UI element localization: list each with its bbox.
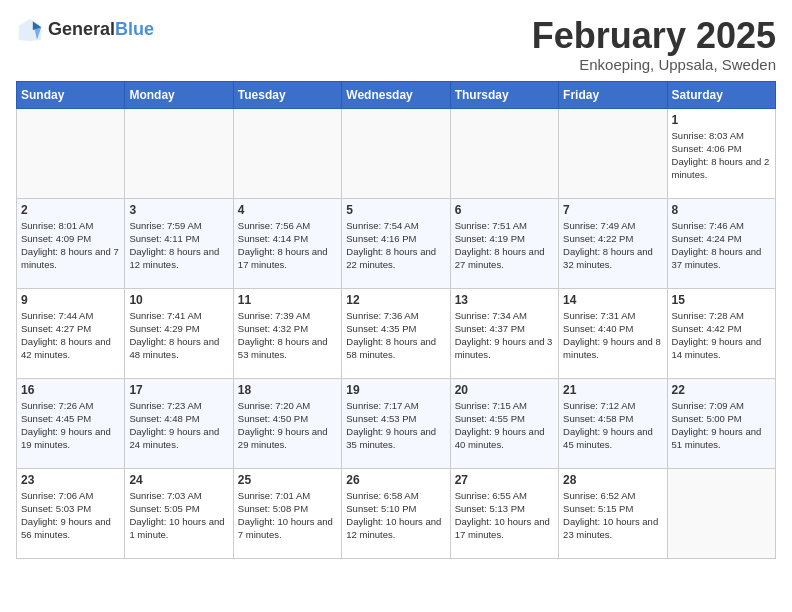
table-row: 15Sunrise: 7:28 AM Sunset: 4:42 PM Dayli… [667, 288, 775, 378]
day-detail: Sunrise: 6:52 AM Sunset: 5:15 PM Dayligh… [563, 489, 662, 542]
day-detail: Sunrise: 7:56 AM Sunset: 4:14 PM Dayligh… [238, 219, 337, 272]
table-row: 24Sunrise: 7:03 AM Sunset: 5:05 PM Dayli… [125, 468, 233, 558]
logo-general: GeneralBlue [48, 20, 154, 40]
day-detail: Sunrise: 6:58 AM Sunset: 5:10 PM Dayligh… [346, 489, 445, 542]
day-number: 15 [672, 293, 771, 307]
day-number: 21 [563, 383, 662, 397]
col-friday: Friday [559, 81, 667, 108]
title-section: February 2025 Enkoeping, Uppsala, Sweden [532, 16, 776, 73]
table-row: 1Sunrise: 8:03 AM Sunset: 4:06 PM Daylig… [667, 108, 775, 198]
table-row [667, 468, 775, 558]
day-number: 28 [563, 473, 662, 487]
day-number: 1 [672, 113, 771, 127]
table-row: 10Sunrise: 7:41 AM Sunset: 4:29 PM Dayli… [125, 288, 233, 378]
day-detail: Sunrise: 7:44 AM Sunset: 4:27 PM Dayligh… [21, 309, 120, 362]
day-number: 25 [238, 473, 337, 487]
table-row: 27Sunrise: 6:55 AM Sunset: 5:13 PM Dayli… [450, 468, 558, 558]
table-row: 9Sunrise: 7:44 AM Sunset: 4:27 PM Daylig… [17, 288, 125, 378]
day-detail: Sunrise: 7:09 AM Sunset: 5:00 PM Dayligh… [672, 399, 771, 452]
logo: GeneralBlue [16, 16, 154, 44]
day-detail: Sunrise: 7:23 AM Sunset: 4:48 PM Dayligh… [129, 399, 228, 452]
table-row: 11Sunrise: 7:39 AM Sunset: 4:32 PM Dayli… [233, 288, 341, 378]
table-row: 18Sunrise: 7:20 AM Sunset: 4:50 PM Dayli… [233, 378, 341, 468]
logo-icon [16, 16, 44, 44]
day-detail: Sunrise: 7:46 AM Sunset: 4:24 PM Dayligh… [672, 219, 771, 272]
calendar-header-row: Sunday Monday Tuesday Wednesday Thursday… [17, 81, 776, 108]
day-number: 26 [346, 473, 445, 487]
day-detail: Sunrise: 7:41 AM Sunset: 4:29 PM Dayligh… [129, 309, 228, 362]
day-number: 2 [21, 203, 120, 217]
col-saturday: Saturday [667, 81, 775, 108]
table-row: 20Sunrise: 7:15 AM Sunset: 4:55 PM Dayli… [450, 378, 558, 468]
day-detail: Sunrise: 7:17 AM Sunset: 4:53 PM Dayligh… [346, 399, 445, 452]
table-row: 7Sunrise: 7:49 AM Sunset: 4:22 PM Daylig… [559, 198, 667, 288]
header: GeneralBlue February 2025 Enkoeping, Upp… [16, 16, 776, 73]
table-row: 13Sunrise: 7:34 AM Sunset: 4:37 PM Dayli… [450, 288, 558, 378]
day-detail: Sunrise: 7:12 AM Sunset: 4:58 PM Dayligh… [563, 399, 662, 452]
day-number: 12 [346, 293, 445, 307]
table-row: 14Sunrise: 7:31 AM Sunset: 4:40 PM Dayli… [559, 288, 667, 378]
day-number: 27 [455, 473, 554, 487]
table-row: 3Sunrise: 7:59 AM Sunset: 4:11 PM Daylig… [125, 198, 233, 288]
day-detail: Sunrise: 7:34 AM Sunset: 4:37 PM Dayligh… [455, 309, 554, 362]
day-detail: Sunrise: 7:39 AM Sunset: 4:32 PM Dayligh… [238, 309, 337, 362]
table-row: 26Sunrise: 6:58 AM Sunset: 5:10 PM Dayli… [342, 468, 450, 558]
col-wednesday: Wednesday [342, 81, 450, 108]
col-tuesday: Tuesday [233, 81, 341, 108]
calendar-week-row: 9Sunrise: 7:44 AM Sunset: 4:27 PM Daylig… [17, 288, 776, 378]
day-detail: Sunrise: 7:15 AM Sunset: 4:55 PM Dayligh… [455, 399, 554, 452]
calendar-week-row: 23Sunrise: 7:06 AM Sunset: 5:03 PM Dayli… [17, 468, 776, 558]
day-number: 13 [455, 293, 554, 307]
day-detail: Sunrise: 7:31 AM Sunset: 4:40 PM Dayligh… [563, 309, 662, 362]
day-number: 4 [238, 203, 337, 217]
table-row: 16Sunrise: 7:26 AM Sunset: 4:45 PM Dayli… [17, 378, 125, 468]
day-number: 9 [21, 293, 120, 307]
day-number: 16 [21, 383, 120, 397]
day-detail: Sunrise: 7:36 AM Sunset: 4:35 PM Dayligh… [346, 309, 445, 362]
col-monday: Monday [125, 81, 233, 108]
day-detail: Sunrise: 7:28 AM Sunset: 4:42 PM Dayligh… [672, 309, 771, 362]
calendar-week-row: 1Sunrise: 8:03 AM Sunset: 4:06 PM Daylig… [17, 108, 776, 198]
table-row: 5Sunrise: 7:54 AM Sunset: 4:16 PM Daylig… [342, 198, 450, 288]
table-row [125, 108, 233, 198]
day-number: 5 [346, 203, 445, 217]
day-detail: Sunrise: 7:49 AM Sunset: 4:22 PM Dayligh… [563, 219, 662, 272]
calendar-week-row: 2Sunrise: 8:01 AM Sunset: 4:09 PM Daylig… [17, 198, 776, 288]
day-detail: Sunrise: 7:06 AM Sunset: 5:03 PM Dayligh… [21, 489, 120, 542]
col-thursday: Thursday [450, 81, 558, 108]
table-row: 21Sunrise: 7:12 AM Sunset: 4:58 PM Dayli… [559, 378, 667, 468]
calendar-week-row: 16Sunrise: 7:26 AM Sunset: 4:45 PM Dayli… [17, 378, 776, 468]
day-number: 7 [563, 203, 662, 217]
day-number: 18 [238, 383, 337, 397]
day-number: 6 [455, 203, 554, 217]
table-row [450, 108, 558, 198]
table-row [17, 108, 125, 198]
logo-text-block: GeneralBlue [48, 20, 154, 40]
table-row [559, 108, 667, 198]
table-row: 6Sunrise: 7:51 AM Sunset: 4:19 PM Daylig… [450, 198, 558, 288]
day-detail: Sunrise: 6:55 AM Sunset: 5:13 PM Dayligh… [455, 489, 554, 542]
day-number: 20 [455, 383, 554, 397]
table-row [233, 108, 341, 198]
col-sunday: Sunday [17, 81, 125, 108]
day-detail: Sunrise: 7:54 AM Sunset: 4:16 PM Dayligh… [346, 219, 445, 272]
table-row [342, 108, 450, 198]
table-row: 17Sunrise: 7:23 AM Sunset: 4:48 PM Dayli… [125, 378, 233, 468]
day-number: 11 [238, 293, 337, 307]
calendar-subtitle: Enkoeping, Uppsala, Sweden [532, 56, 776, 73]
table-row: 8Sunrise: 7:46 AM Sunset: 4:24 PM Daylig… [667, 198, 775, 288]
day-detail: Sunrise: 8:03 AM Sunset: 4:06 PM Dayligh… [672, 129, 771, 182]
day-number: 10 [129, 293, 228, 307]
table-row: 2Sunrise: 8:01 AM Sunset: 4:09 PM Daylig… [17, 198, 125, 288]
calendar-title: February 2025 [532, 16, 776, 56]
table-row: 28Sunrise: 6:52 AM Sunset: 5:15 PM Dayli… [559, 468, 667, 558]
table-row: 12Sunrise: 7:36 AM Sunset: 4:35 PM Dayli… [342, 288, 450, 378]
table-row: 4Sunrise: 7:56 AM Sunset: 4:14 PM Daylig… [233, 198, 341, 288]
day-detail: Sunrise: 7:20 AM Sunset: 4:50 PM Dayligh… [238, 399, 337, 452]
day-number: 19 [346, 383, 445, 397]
calendar-table: Sunday Monday Tuesday Wednesday Thursday… [16, 81, 776, 559]
day-number: 23 [21, 473, 120, 487]
day-detail: Sunrise: 7:51 AM Sunset: 4:19 PM Dayligh… [455, 219, 554, 272]
day-number: 8 [672, 203, 771, 217]
day-detail: Sunrise: 8:01 AM Sunset: 4:09 PM Dayligh… [21, 219, 120, 272]
